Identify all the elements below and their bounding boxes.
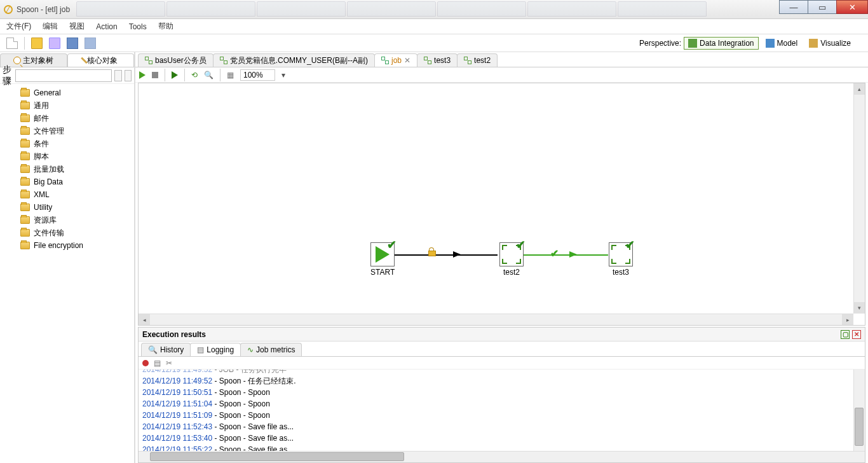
exec-tab-job-metrics[interactable]: ∿Job metrics bbox=[240, 343, 302, 356]
perspective-data-integration[interactable]: Data Integration bbox=[684, 37, 758, 50]
zoom-dropdown-icon[interactable]: ▾ bbox=[281, 71, 285, 79]
open-folder-icon[interactable] bbox=[31, 38, 43, 49]
log-hscrollbar[interactable] bbox=[139, 451, 865, 462]
log-output[interactable]: 2014/12/19 11:49:52 - JOB - 任务执行完毕 2014/… bbox=[139, 370, 865, 451]
maximize-button[interactable]: ▭ bbox=[808, 0, 837, 14]
magnifier-icon bbox=[13, 57, 21, 64]
execution-results-panel: Execution results ▢ ✕ 🔍History▤Logging∿J… bbox=[138, 327, 865, 463]
exec-tab-history[interactable]: 🔍History bbox=[141, 343, 191, 356]
tree-folder-item[interactable]: XML bbox=[0, 188, 134, 201]
perspective-model[interactable]: Model bbox=[761, 37, 803, 50]
tree-folder-item[interactable]: 邮件 bbox=[0, 112, 134, 125]
transformation-icon bbox=[220, 57, 227, 64]
log-settings-icon[interactable]: ▤ bbox=[154, 359, 161, 368]
doc-tab[interactable]: test2 bbox=[457, 53, 498, 67]
main-toolbar: Perspective: Data Integration Model Visu… bbox=[0, 34, 868, 52]
zoom-select[interactable]: 100% bbox=[240, 69, 275, 81]
transformation-icon bbox=[424, 57, 431, 64]
transformation-icon bbox=[145, 57, 153, 64]
canvas-vscrollbar[interactable]: ▴▾ bbox=[853, 83, 865, 314]
tree-folder-item[interactable]: Big Data bbox=[0, 176, 134, 188]
sql-icon[interactable]: ▦ bbox=[227, 71, 234, 79]
tree-folder-item[interactable]: 文件传输 bbox=[0, 226, 134, 239]
menu-action[interactable]: Action bbox=[96, 22, 117, 31]
menu-tools[interactable]: Tools bbox=[129, 22, 147, 31]
arrow-icon bbox=[453, 251, 461, 258]
folder-icon bbox=[20, 89, 30, 97]
doc-tab[interactable]: 党员党籍信息.COMMY_USER(B副--A副) bbox=[213, 53, 375, 67]
tree-folder-item[interactable]: 通用 bbox=[0, 99, 134, 112]
arrow-icon bbox=[569, 251, 577, 258]
tree-folder-item[interactable]: General bbox=[0, 86, 134, 99]
explore-icon[interactable] bbox=[49, 38, 60, 49]
job-node-test2[interactable]: ✔test2 bbox=[499, 242, 524, 277]
clear-log-icon[interactable] bbox=[142, 360, 149, 366]
folder-icon bbox=[20, 242, 30, 249]
transformation-icon bbox=[381, 57, 389, 64]
log-line: 2014/12/19 11:55:22 - Spoon - Save file … bbox=[142, 444, 861, 451]
doc-tab[interactable]: basUser公务员 bbox=[138, 53, 214, 67]
debug-icon[interactable]: ⟲ bbox=[191, 71, 198, 79]
folder-icon bbox=[20, 216, 30, 224]
transformation-icon bbox=[464, 57, 471, 64]
folder-icon bbox=[20, 229, 30, 237]
menu-help[interactable]: 帮助 bbox=[158, 21, 173, 32]
sidebar-tab-core-objects[interactable]: 核心对象 bbox=[67, 53, 135, 67]
perspective-visualize[interactable]: Visualize bbox=[804, 37, 855, 50]
preview-icon[interactable] bbox=[172, 71, 178, 79]
folder-icon bbox=[20, 191, 30, 198]
menubar: 文件(F) 编辑 视图 Action Tools 帮助 bbox=[0, 19, 868, 34]
log-line: 2014/12/19 11:51:04 - Spoon - Spoon bbox=[142, 398, 861, 410]
connection-test2-test3[interactable] bbox=[524, 254, 608, 256]
tree-folder-item[interactable]: 文件管理 bbox=[0, 125, 134, 137]
log-vscrollbar[interactable] bbox=[853, 370, 865, 451]
folder-icon bbox=[20, 140, 30, 148]
exec-tab-logging[interactable]: ▤Logging bbox=[190, 343, 241, 356]
canvas-area[interactable]: ✔ http://blog.csdn.net/dirful ✔START✔tes… bbox=[138, 83, 865, 326]
pause-icon[interactable] bbox=[152, 72, 158, 78]
log-tools-icon[interactable]: ✂ bbox=[166, 359, 172, 368]
job-node-start[interactable]: ✔START bbox=[370, 242, 395, 277]
menu-edit[interactable]: 编辑 bbox=[43, 21, 58, 32]
check-icon: ✔ bbox=[516, 238, 526, 252]
save-as-icon[interactable] bbox=[85, 38, 96, 49]
steps-tree[interactable]: General通用邮件文件管理条件脚本批量加载Big DataXMLUtilit… bbox=[0, 84, 134, 463]
connection-start-test2[interactable] bbox=[395, 254, 498, 256]
minimize-button[interactable]: — bbox=[779, 0, 808, 14]
menu-file[interactable]: 文件(F) bbox=[6, 21, 31, 32]
history-icon: 🔍 bbox=[148, 345, 158, 354]
folder-icon bbox=[20, 178, 30, 186]
log-line: 2014/12/19 11:50:51 - Spoon - Spoon bbox=[142, 387, 861, 398]
tree-folder-item[interactable]: 批量加载 bbox=[0, 163, 134, 176]
tree-folder-item[interactable]: 条件 bbox=[0, 137, 134, 150]
folder-icon bbox=[20, 204, 30, 211]
data-integration-icon bbox=[688, 39, 697, 48]
log-line: 2014/12/19 11:49:52 - JOB - 任务执行完毕 bbox=[142, 370, 861, 375]
menu-view[interactable]: 视图 bbox=[69, 21, 85, 32]
save-icon[interactable] bbox=[67, 38, 78, 49]
logging-icon: ▤ bbox=[197, 345, 204, 354]
replay-icon[interactable]: 🔍 bbox=[204, 71, 214, 79]
canvas-hscrollbar[interactable]: ◂▸ bbox=[139, 314, 853, 325]
tree-folder-item[interactable]: Utility bbox=[0, 201, 134, 214]
close-tab-icon[interactable]: ✕ bbox=[404, 56, 410, 65]
run-icon[interactable] bbox=[139, 71, 146, 79]
doc-tab[interactable]: test3 bbox=[417, 53, 458, 67]
collapse-all-button[interactable] bbox=[125, 70, 132, 81]
folder-icon bbox=[20, 114, 30, 122]
steps-search-input[interactable] bbox=[15, 69, 112, 82]
job-node-test3[interactable]: ✔test3 bbox=[609, 242, 633, 277]
tree-folder-item[interactable]: 脚本 bbox=[0, 150, 134, 163]
tree-folder-item[interactable]: 资源库 bbox=[0, 214, 134, 226]
new-file-icon[interactable] bbox=[6, 38, 18, 49]
close-button[interactable]: ✕ bbox=[836, 0, 868, 14]
maximize-panel-button[interactable]: ▢ bbox=[841, 330, 850, 339]
expand-all-button[interactable] bbox=[114, 70, 121, 81]
check-icon: ✔ bbox=[550, 247, 559, 259]
doc-tab[interactable]: job✕ bbox=[374, 53, 417, 67]
model-icon bbox=[766, 39, 775, 48]
log-line: 2014/12/19 11:51:09 - Spoon - Spoon bbox=[142, 410, 861, 421]
tree-folder-item[interactable]: File encryption bbox=[0, 239, 134, 252]
close-panel-button[interactable]: ✕ bbox=[852, 330, 861, 339]
check-icon: ✔ bbox=[625, 238, 635, 252]
